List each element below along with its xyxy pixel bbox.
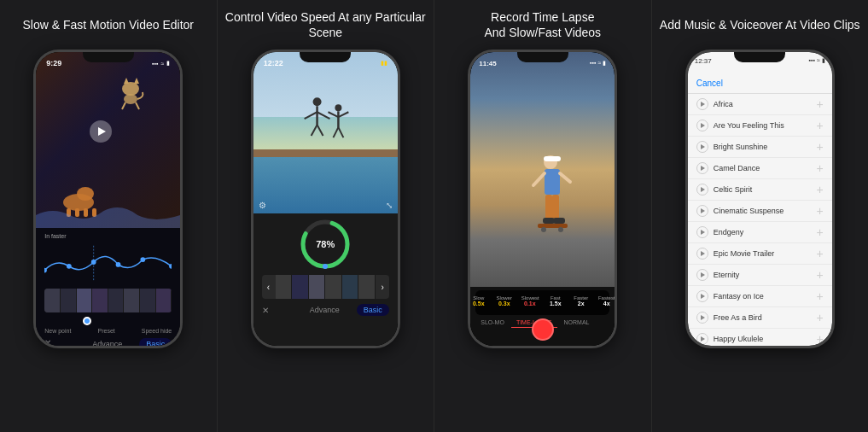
- add-btn-africa[interactable]: +: [817, 97, 824, 111]
- add-btn-10[interactable]: +: [817, 289, 824, 303]
- svg-point-45: [558, 227, 563, 232]
- svg-line-38: [560, 173, 570, 182]
- p3-battery-icon: ▮: [603, 60, 606, 67]
- svg-line-24: [317, 125, 323, 136]
- play-icon-5[interactable]: [696, 184, 708, 196]
- speed-label: In faster: [44, 233, 172, 239]
- filmstrip-frame: [325, 275, 342, 299]
- add-btn-9[interactable]: +: [817, 268, 824, 282]
- track-name-5: Celtic Spirit: [714, 185, 812, 194]
- play-triangle: [701, 230, 705, 235]
- add-btn-5[interactable]: +: [817, 183, 824, 196]
- status-time-2: 12:22: [264, 59, 283, 67]
- tab-basic-1[interactable]: Basic: [139, 338, 172, 346]
- play-triangle: [701, 294, 705, 299]
- filmstrip-frame: [342, 275, 359, 299]
- play-icon-11[interactable]: [696, 312, 708, 324]
- phone-screen-1: 9:29 ▪▪▪ ≈ ▮: [36, 52, 180, 346]
- play-icon-africa[interactable]: [696, 98, 708, 110]
- svg-point-15: [116, 262, 121, 267]
- track-name-6: Cinematic Suspense: [714, 207, 812, 215]
- p1-tab-row-container: ✕ Advance Basic: [44, 336, 172, 346]
- svg-point-25: [335, 104, 341, 111]
- play-icon-10[interactable]: [696, 290, 708, 302]
- track-name-10: Fantasy on Ice: [714, 292, 812, 301]
- speed-tab-slowest[interactable]: Slowest 0.1x: [518, 294, 542, 308]
- track-name-4: Camel Dance: [714, 164, 812, 172]
- add-btn-12[interactable]: +: [817, 332, 824, 346]
- panel4-title: Add Music & Voiceover At Video Clips: [660, 9, 860, 41]
- filmstrip-frame: [77, 289, 93, 312]
- p1-waveform: [44, 241, 172, 283]
- battery-yellow-icon: ▮▮: [381, 60, 387, 67]
- music-item-6: Cinematic Suspense +: [688, 201, 832, 222]
- track-name-12: Happy Ukulele: [714, 335, 812, 343]
- p1-video-area: [36, 52, 180, 228]
- p3-status-time: 11:45: [479, 60, 496, 67]
- speed-hide-btn[interactable]: Speed hide: [142, 328, 172, 334]
- jumper-figures: [253, 56, 398, 201]
- close-btn-2[interactable]: ✕: [262, 306, 269, 315]
- track-name-2: Are You Feeling This: [714, 121, 812, 130]
- record-button[interactable]: [532, 318, 554, 341]
- play-icon-8[interactable]: [696, 248, 708, 260]
- filmstrip-frame: [156, 289, 172, 312]
- add-btn-2[interactable]: +: [817, 119, 824, 132]
- preset-btn[interactable]: Preset: [97, 328, 114, 334]
- play-icon-7[interactable]: [696, 226, 708, 238]
- track-name-9: Eternity: [714, 271, 812, 279]
- phone-frame-4: 12:37 ▪▪▪ ≈ ▮ Cancel Africa: [685, 50, 835, 348]
- expand-icon[interactable]: ⤡: [386, 201, 393, 210]
- playhead-dot[interactable]: [83, 317, 91, 325]
- svg-rect-43: [538, 224, 568, 228]
- play-icon-4[interactable]: [696, 162, 708, 174]
- play-icon-12[interactable]: [696, 333, 708, 345]
- speed-tab-fast[interactable]: Fast 1.5x: [544, 294, 568, 308]
- speed-tab-slow[interactable]: Slow 0.5x: [470, 294, 491, 308]
- filmstrip-right-arrow[interactable]: ›: [381, 283, 383, 292]
- new-point-btn[interactable]: New point: [44, 328, 71, 334]
- wifi-icon: ≈: [160, 61, 164, 67]
- add-btn-3[interactable]: +: [817, 140, 824, 154]
- play-icon-9[interactable]: [696, 269, 708, 281]
- speed-tab-faster[interactable]: Faster 2x: [569, 294, 593, 308]
- play-triangle: [701, 315, 705, 320]
- add-btn-6[interactable]: +: [817, 204, 824, 218]
- cancel-button[interactable]: Cancel: [696, 79, 723, 88]
- add-btn-7[interactable]: +: [817, 225, 824, 239]
- status-time-1: 9:29: [46, 59, 61, 67]
- speed-tab-slower[interactable]: Slower 0.3x: [492, 294, 516, 308]
- speed-tab-fastest[interactable]: Fastest 4x: [595, 294, 615, 308]
- close-btn-1[interactable]: ✕: [44, 338, 51, 346]
- phone-screen-2: 12:22 ▮▮: [253, 52, 398, 346]
- mode-slo-mo[interactable]: SLO-MO: [475, 318, 510, 328]
- play-icon-6[interactable]: [696, 205, 708, 217]
- mode-normal[interactable]: NORMAL: [559, 318, 595, 328]
- play-icon-3[interactable]: [696, 141, 708, 153]
- svg-line-23: [311, 125, 317, 136]
- play-button-1[interactable]: [90, 120, 112, 143]
- panel-control-speed: Control Video Speed At any Particular Sc…: [218, 0, 435, 432]
- svg-line-21: [304, 112, 317, 119]
- play-icon-2[interactable]: [696, 120, 708, 131]
- add-btn-11[interactable]: +: [817, 311, 824, 324]
- music-item-8: Epic Movie Trailer +: [688, 243, 832, 265]
- svg-marker-2: [124, 78, 129, 84]
- filmstrip-left-arrow[interactable]: ‹: [267, 283, 270, 292]
- settings-icon[interactable]: ⚙: [259, 201, 266, 210]
- svg-rect-35: [544, 156, 561, 161]
- filmstrip-frame: [140, 289, 156, 312]
- water-splash: [36, 202, 180, 228]
- music-item-12: Happy Ukulele +: [688, 329, 832, 346]
- p1-controls: In faster: [36, 228, 180, 346]
- add-btn-4[interactable]: +: [817, 161, 824, 175]
- tab-advance-1[interactable]: Advance: [85, 338, 129, 346]
- svg-line-5: [136, 102, 139, 109]
- svg-point-33: [323, 264, 328, 269]
- music-item-11: Free As a Bird +: [688, 307, 832, 329]
- tab-advance-2[interactable]: Advance: [303, 304, 347, 316]
- add-btn-8[interactable]: +: [817, 247, 824, 260]
- tab-basic-2[interactable]: Basic: [357, 304, 389, 316]
- status-icons-1: ▪▪▪ ≈ ▮: [152, 60, 170, 67]
- filmstrip-frame: [309, 275, 326, 299]
